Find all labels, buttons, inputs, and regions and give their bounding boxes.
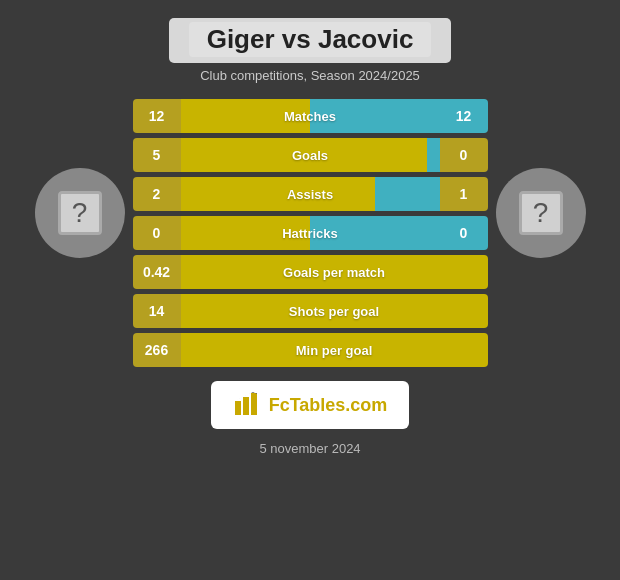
stat-bar-goals-per-match: Goals per match	[181, 255, 488, 289]
stat-row-goals-per-match: 0.42 Goals per match	[133, 255, 488, 289]
stat-label-goals: Goals	[292, 148, 328, 163]
stat-right-matches: 12	[440, 99, 488, 133]
title-background: Giger vs Jacovic	[169, 18, 452, 63]
stat-label-matches: Matches	[284, 109, 336, 124]
stat-row-shots-per-goal: 14 Shots per goal	[133, 294, 488, 328]
logo-tables: Tables	[290, 395, 346, 415]
stat-label-hattricks: Hattricks	[282, 226, 338, 241]
left-player-image: ?	[58, 191, 102, 235]
left-player-avatar: ?	[35, 168, 125, 258]
stats-container: 12 Matches 12 5 Goals 0 2	[133, 99, 488, 367]
logo-dot-com: .com	[345, 395, 387, 415]
stat-bar-assists: Assists	[181, 177, 440, 211]
stat-bar-goals: Goals	[181, 138, 440, 172]
svg-rect-2	[251, 393, 257, 415]
title-section: Giger vs Jacovic Club competitions, Seas…	[169, 0, 452, 89]
svg-rect-0	[235, 401, 241, 415]
right-player-avatar: ?	[496, 168, 586, 258]
stat-left-goals-per-match: 0.42	[133, 255, 181, 289]
stat-row-min-per-goal: 266 Min per goal	[133, 333, 488, 367]
stat-row-hattricks: 0 Hattricks 0	[133, 216, 488, 250]
comparison-area: ? 12 Matches 12 5 Goals 0	[0, 99, 620, 367]
stat-right-assists: 1	[440, 177, 488, 211]
stat-bar-hattricks: Hattricks	[181, 216, 440, 250]
stat-right-fill-assists	[375, 177, 440, 211]
stat-row-goals: 5 Goals 0	[133, 138, 488, 172]
stat-right-goals: 0	[440, 138, 488, 172]
logo-fc: Fc	[269, 395, 290, 415]
stat-right-hattricks: 0	[440, 216, 488, 250]
stat-left-shots-per-goal: 14	[133, 294, 181, 328]
stat-row-assists: 2 Assists 1	[133, 177, 488, 211]
page-title: Giger vs Jacovic	[189, 22, 432, 57]
stat-left-matches: 12	[133, 99, 181, 133]
right-player-image: ?	[519, 191, 563, 235]
stat-bar-min-per-goal: Min per goal	[181, 333, 488, 367]
stat-left-hattricks: 0	[133, 216, 181, 250]
stat-label-assists: Assists	[287, 187, 333, 202]
svg-rect-1	[243, 397, 249, 415]
stat-label-min-per-goal: Min per goal	[296, 343, 373, 358]
logo-section[interactable]: FcTables.com	[211, 381, 410, 429]
stat-left-goals: 5	[133, 138, 181, 172]
stat-bar-shots-per-goal: Shots per goal	[181, 294, 488, 328]
page-wrapper: Giger vs Jacovic Club competitions, Seas…	[0, 0, 620, 580]
subtitle: Club competitions, Season 2024/2025	[169, 68, 452, 83]
footer-date: 5 november 2024	[259, 441, 360, 456]
stat-label-goals-per-match: Goals per match	[283, 265, 385, 280]
logo-text: FcTables.com	[269, 395, 388, 416]
fctables-logo-icon	[233, 391, 261, 419]
stat-right-fill-goals	[427, 138, 440, 172]
stat-left-assists: 2	[133, 177, 181, 211]
stat-label-shots-per-goal: Shots per goal	[289, 304, 379, 319]
stat-row-matches: 12 Matches 12	[133, 99, 488, 133]
stat-left-min-per-goal: 266	[133, 333, 181, 367]
stat-bar-matches: Matches	[181, 99, 440, 133]
